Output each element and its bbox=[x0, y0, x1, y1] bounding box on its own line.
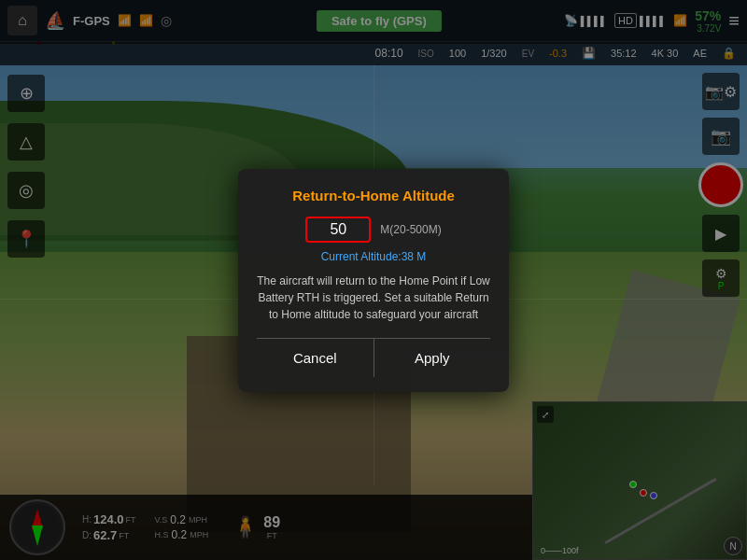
apply-button[interactable]: Apply bbox=[374, 339, 491, 377]
altitude-input-row: M(20-500M) bbox=[257, 217, 490, 243]
modal-description: The aircraft will return to the Home Poi… bbox=[257, 273, 490, 323]
modal-button-row: Cancel Apply bbox=[257, 338, 490, 377]
altitude-input-field[interactable] bbox=[315, 221, 361, 238]
altitude-range-label: M(20-500M) bbox=[380, 223, 441, 236]
cancel-button[interactable]: Cancel bbox=[257, 339, 374, 377]
altitude-input-wrapper bbox=[305, 217, 371, 243]
rth-altitude-dialog: Return-to-Home Altitude M(20-500M) Curre… bbox=[238, 169, 509, 392]
modal-title: Return-to-Home Altitude bbox=[257, 188, 490, 203]
modal-overlay: Return-to-Home Altitude M(20-500M) Curre… bbox=[0, 0, 747, 560]
current-altitude-display: Current Altitude:38 M bbox=[257, 250, 490, 263]
